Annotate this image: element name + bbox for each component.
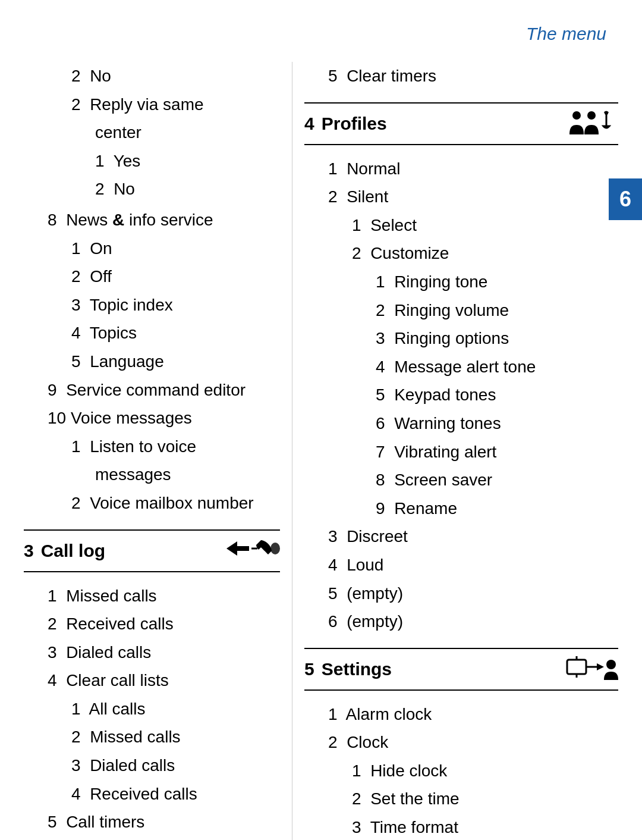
list-item: 4 Received calls bbox=[71, 780, 280, 808]
list-item: 5 Keypad tones bbox=[376, 381, 618, 409]
left-column: 2 No 2 Reply via same center 1 Yes 2 No … bbox=[24, 62, 292, 840]
list-item: 2 No bbox=[71, 62, 280, 90]
list-item: 2 Silent bbox=[328, 183, 618, 211]
list-item: 2 Customize bbox=[352, 239, 618, 268]
list-item: 1 Yes bbox=[95, 147, 280, 175]
list-item: 2 Set the time bbox=[352, 785, 618, 813]
list-item: 2 Ringing volume bbox=[376, 296, 618, 325]
list-item: 1 Last call bbox=[71, 836, 280, 840]
list-item: 1 Hide clock bbox=[352, 757, 618, 785]
list-item: 2 Clock bbox=[328, 728, 618, 757]
list-item: 9 Rename bbox=[376, 494, 618, 523]
section5-label: Settings bbox=[322, 659, 392, 679]
list-item: 3 Topic index bbox=[71, 291, 280, 319]
list-item: 9 Service command editor bbox=[48, 376, 280, 405]
list-item: 4 Message alert tone bbox=[376, 353, 618, 381]
svg-point-4 bbox=[587, 111, 596, 120]
list-item: 4 Loud bbox=[328, 551, 618, 579]
page-header: The menu bbox=[0, 0, 642, 56]
section4-label: Profiles bbox=[322, 114, 387, 134]
list-item: 5 Language bbox=[71, 347, 280, 376]
list-item: 7 Vibrating alert bbox=[376, 438, 618, 466]
list-item: 2 No bbox=[95, 175, 280, 203]
list-item: 8 Screen saver bbox=[376, 466, 618, 494]
section3-header: 3 Call log bbox=[24, 529, 280, 572]
list-item: 1 Missed calls bbox=[48, 582, 280, 610]
svg-point-5 bbox=[605, 111, 608, 115]
list-item: 8 News & info service bbox=[48, 206, 280, 234]
list-item: 6 Warning tones bbox=[376, 409, 618, 438]
section4-header: 4 Profiles bbox=[304, 102, 618, 145]
section5-header: 5 Settings bbox=[304, 648, 618, 691]
list-item: 1 Alarm clock bbox=[328, 700, 618, 729]
profiles-icon bbox=[565, 108, 618, 139]
section5-num: 5 bbox=[304, 659, 314, 679]
list-item: 2 Off bbox=[71, 262, 280, 291]
svg-point-12 bbox=[606, 660, 616, 669]
list-item: center bbox=[95, 118, 280, 147]
list-item: 2 Voice mailbox number bbox=[71, 489, 280, 518]
section4-num: 4 bbox=[304, 114, 314, 134]
svg-point-3 bbox=[572, 111, 581, 120]
list-item: 1 Listen to voice bbox=[71, 432, 280, 461]
list-item: 1 All calls bbox=[71, 695, 280, 723]
list-item: 2 Received calls bbox=[48, 610, 280, 638]
list-item: 5 Call timers bbox=[48, 808, 280, 836]
svg-marker-0 bbox=[226, 541, 249, 556]
svg-marker-11 bbox=[597, 663, 604, 670]
svg-rect-6 bbox=[567, 660, 586, 674]
list-item: 10 Voice messages bbox=[48, 404, 280, 432]
list-item: 5 (empty) bbox=[328, 579, 618, 608]
header-title: The menu bbox=[526, 24, 606, 43]
list-item: 2 Reply via same bbox=[71, 90, 280, 119]
calllog-icon bbox=[226, 535, 280, 566]
list-item: 1 On bbox=[71, 234, 280, 263]
list-item: 5 Clear timers bbox=[328, 62, 618, 90]
settings-icon bbox=[565, 654, 618, 685]
list-item: 3 Discreet bbox=[328, 522, 618, 551]
list-item: 3 Time format bbox=[352, 813, 618, 840]
tab-marker: 6 bbox=[609, 178, 642, 220]
list-item: 1 Select bbox=[352, 211, 618, 240]
list-item: 1 Ringing tone bbox=[376, 268, 618, 296]
list-item: 3 Dialed calls bbox=[48, 638, 280, 667]
list-item: 4 Topics bbox=[71, 319, 280, 347]
list-item: 2 Missed calls bbox=[71, 723, 280, 751]
section3-label: Call log bbox=[41, 541, 105, 561]
list-item: messages bbox=[95, 460, 280, 489]
list-item: 3 Ringing options bbox=[376, 324, 618, 353]
svg-point-2 bbox=[270, 543, 280, 554]
list-item: 4 Clear call lists bbox=[48, 666, 280, 695]
list-item: 1 Normal bbox=[328, 155, 618, 183]
list-item: 3 Dialed calls bbox=[71, 751, 280, 780]
section3-num: 3 bbox=[24, 541, 34, 561]
right-column: 5 Clear timers 4 Profiles bbox=[292, 62, 618, 840]
list-item: 6 (empty) bbox=[328, 607, 618, 636]
